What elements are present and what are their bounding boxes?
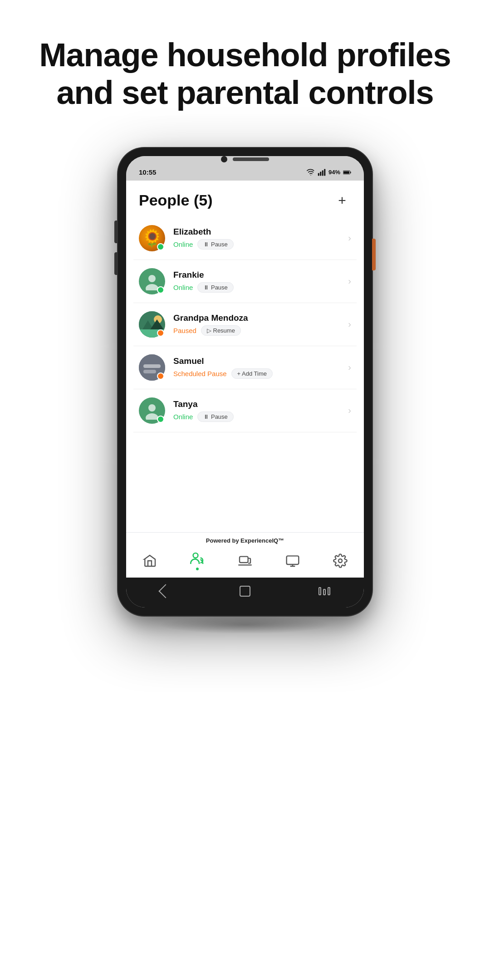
speaker bbox=[233, 157, 269, 161]
person-name-samuel: Samuel bbox=[173, 356, 344, 366]
nav-home[interactable] bbox=[142, 554, 157, 568]
svg-rect-2 bbox=[322, 170, 323, 176]
recents-icon bbox=[318, 587, 330, 595]
status-dot-samuel bbox=[157, 372, 164, 380]
app-content: People (5) + Elizabeth On bbox=[126, 181, 364, 578]
nav-active-dot bbox=[196, 568, 199, 570]
person-name-tanya: Tanya bbox=[173, 399, 344, 409]
chevron-right-tanya: › bbox=[348, 405, 351, 416]
svg-point-19 bbox=[193, 553, 198, 558]
status-dot-elizabeth bbox=[157, 243, 164, 250]
svg-rect-21 bbox=[286, 556, 299, 564]
bottom-bar: Powered by ExperienceIQ™ bbox=[126, 532, 364, 578]
chevron-right-frankie: › bbox=[348, 276, 351, 286]
person-info-tanya: Tanya Online ⏸ Pause bbox=[173, 399, 344, 422]
person-info-samuel: Samuel Scheduled Pause + Add Time bbox=[173, 356, 344, 379]
status-label-elizabeth: Online bbox=[173, 240, 193, 248]
person-info-grandpa: Grandpa Mendoza Paused ▷ Resume bbox=[173, 313, 344, 336]
status-bar: 10:55 94% bbox=[126, 164, 364, 181]
pause-button-elizabeth[interactable]: ⏸ Pause bbox=[197, 239, 233, 250]
nav-screen[interactable] bbox=[285, 554, 300, 568]
svg-rect-5 bbox=[350, 172, 351, 173]
nav-settings[interactable] bbox=[333, 554, 348, 568]
status-label-frankie: Online bbox=[173, 284, 193, 291]
phone-screen: 10:55 94% bbox=[126, 156, 364, 608]
wifi-icon bbox=[307, 168, 315, 176]
svg-rect-0 bbox=[318, 173, 319, 176]
app-header: People (5) + bbox=[126, 181, 364, 217]
svg-rect-20 bbox=[240, 556, 248, 562]
phone-mockup: 10:55 94% bbox=[118, 148, 372, 616]
avatar-wrap-frankie bbox=[139, 268, 165, 294]
back-icon bbox=[159, 584, 173, 598]
list-item[interactable]: Tanya Online ⏸ Pause › bbox=[133, 389, 357, 432]
android-nav-bar bbox=[126, 578, 364, 608]
status-label-samuel: Scheduled Pause bbox=[173, 370, 227, 377]
chevron-right-grandpa: › bbox=[348, 319, 351, 329]
app-title: People (5) bbox=[139, 191, 212, 209]
people-icon bbox=[190, 551, 205, 566]
status-dot-grandpa bbox=[157, 329, 164, 337]
status-label-grandpa: Paused bbox=[173, 327, 196, 334]
home-button-icon bbox=[240, 586, 250, 597]
list-item[interactable]: Frankie Online ⏸ Pause › bbox=[133, 260, 357, 303]
person-status-row: Paused ▷ Resume bbox=[173, 325, 344, 336]
battery-text: 94% bbox=[328, 169, 340, 176]
home-button[interactable] bbox=[238, 584, 252, 598]
person-info-frankie: Frankie Online ⏸ Pause bbox=[173, 270, 344, 293]
list-item[interactable]: Samuel Scheduled Pause + Add Time › bbox=[133, 346, 357, 389]
phone-shadow bbox=[159, 616, 331, 634]
svg-rect-6 bbox=[343, 171, 349, 173]
settings-icon bbox=[333, 554, 348, 568]
list-item[interactable]: Elizabeth Online ⏸ Pause › bbox=[133, 217, 357, 260]
person-status-row: Online ⏸ Pause bbox=[173, 412, 344, 422]
resume-button-grandpa[interactable]: ▷ Resume bbox=[201, 325, 241, 336]
pause-button-tanya[interactable]: ⏸ Pause bbox=[197, 412, 233, 422]
person-name-grandpa: Grandpa Mendoza bbox=[173, 313, 344, 323]
svg-point-18 bbox=[146, 413, 158, 420]
list-item[interactable]: Grandpa Mendoza Paused ▷ Resume › bbox=[133, 303, 357, 346]
signal-icon bbox=[318, 168, 326, 176]
pause-button-frankie[interactable]: ⏸ Pause bbox=[197, 282, 233, 293]
status-time: 10:55 bbox=[139, 168, 156, 176]
avatar-wrap-samuel bbox=[139, 354, 165, 381]
content-spacer bbox=[126, 432, 364, 532]
home-icon bbox=[142, 554, 157, 568]
page-header: Manage household profiles and set parent… bbox=[0, 0, 490, 134]
nav-bar bbox=[126, 548, 364, 576]
chevron-right-samuel: › bbox=[348, 362, 351, 372]
person-name-elizabeth: Elizabeth bbox=[173, 227, 344, 237]
add-time-button-samuel[interactable]: + Add Time bbox=[231, 368, 273, 379]
powered-by: Powered by ExperienceIQ™ bbox=[126, 535, 364, 548]
nav-devices[interactable] bbox=[238, 554, 252, 568]
back-button[interactable] bbox=[158, 584, 173, 598]
svg-point-8 bbox=[146, 284, 158, 290]
svg-rect-15 bbox=[143, 364, 161, 368]
person-status-row: Scheduled Pause + Add Time bbox=[173, 368, 344, 379]
notch-area bbox=[126, 156, 364, 164]
battery-icon bbox=[343, 168, 351, 176]
person-info-elizabeth: Elizabeth Online ⏸ Pause bbox=[173, 227, 344, 250]
svg-point-22 bbox=[338, 559, 342, 563]
person-list: Elizabeth Online ⏸ Pause › bbox=[126, 217, 364, 432]
svg-rect-16 bbox=[143, 370, 156, 373]
devices-icon bbox=[238, 554, 252, 568]
status-dot-frankie bbox=[157, 286, 164, 294]
avatar-wrap-tanya bbox=[139, 397, 165, 424]
camera-dot bbox=[221, 156, 227, 162]
screen-icon bbox=[285, 554, 300, 568]
recents-button[interactable] bbox=[317, 584, 332, 598]
phone-outer: 10:55 94% bbox=[118, 148, 372, 616]
svg-rect-3 bbox=[324, 169, 325, 176]
svg-point-7 bbox=[148, 275, 156, 282]
nav-people[interactable] bbox=[190, 551, 205, 570]
svg-point-17 bbox=[148, 404, 156, 412]
status-icons: 94% bbox=[307, 168, 351, 176]
person-status-row: Online ⏸ Pause bbox=[173, 282, 344, 293]
avatar-wrap-grandpa bbox=[139, 311, 165, 338]
add-person-button[interactable]: + bbox=[333, 191, 351, 210]
status-dot-tanya bbox=[157, 416, 164, 423]
brand-name: ExperienceIQ™ bbox=[240, 537, 284, 544]
chevron-right-elizabeth: › bbox=[348, 233, 351, 243]
person-status-row: Online ⏸ Pause bbox=[173, 239, 344, 250]
